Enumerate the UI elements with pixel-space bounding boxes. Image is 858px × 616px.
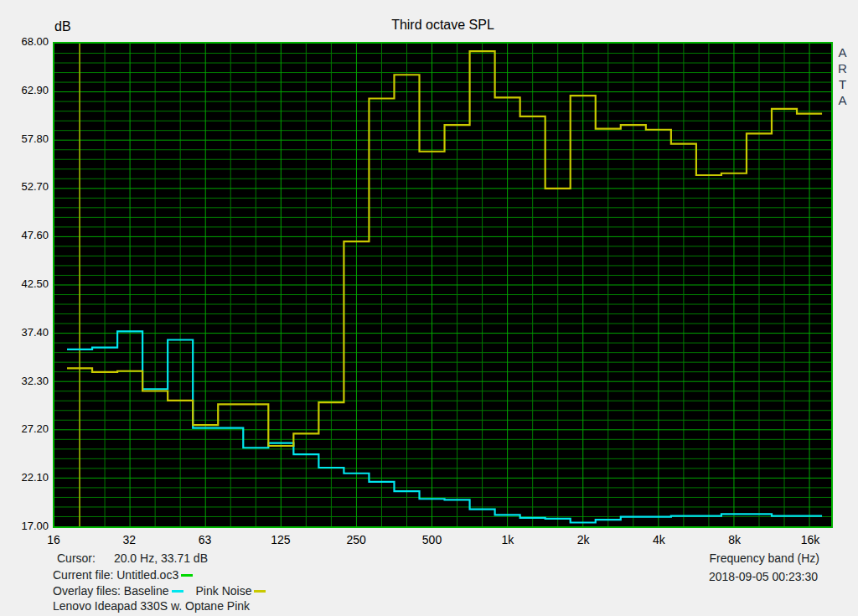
cursor-label: Cursor: (57, 551, 96, 565)
overlay-pink-noise-name: Pink Noise (196, 584, 252, 598)
brand-letter: T (835, 76, 850, 92)
chart-title: Third octave SPL (54, 18, 832, 33)
brand-letter: R (835, 60, 850, 76)
x-axis-title: Frequency band (Hz) (709, 551, 819, 565)
current-file-label: Current file: (53, 568, 113, 582)
y-tick-68.00: 68.00 (21, 35, 49, 48)
x-tick-1k: 1k (501, 533, 514, 546)
x-tick-32: 32 (123, 533, 137, 546)
cursor-readout: 20.0 Hz, 33.71 dB (114, 551, 208, 565)
y-tick-42.50: 42.50 (21, 277, 49, 290)
y-tick-32.30: 32.30 (21, 375, 49, 387)
x-tick-250: 250 (347, 533, 366, 546)
spl-plot-area[interactable] (53, 42, 833, 528)
y-tick-22.10: 22.10 (21, 471, 49, 484)
pink-noise-color-swatch (254, 590, 266, 593)
x-tick-16k: 16k (801, 533, 820, 546)
x-tick-8k: 8k (728, 533, 741, 546)
x-axis-tick-labels: 1632631252505001k2k4k8k16k (0, 533, 858, 548)
current-file-color-swatch (181, 574, 193, 577)
cursor-readout-row: Cursor:20.0 Hz, 33.71 dB (57, 551, 208, 565)
overlay-files-label: Overlay files: (53, 584, 121, 598)
x-tick-500: 500 (422, 533, 442, 546)
y-tick-47.60: 47.60 (21, 229, 49, 241)
y-axis-tick-labels: 68.0062.9057.8052.7047.6042.5037.4032.30… (0, 0, 49, 553)
timestamp: 2018-09-05 00:23:30 (709, 570, 818, 583)
x-tick-2k: 2k (577, 533, 590, 546)
x-tick-16: 16 (47, 533, 60, 546)
current-file-row: Current file: Untitled.oc3 (53, 568, 193, 582)
y-tick-37.40: 37.40 (21, 326, 49, 339)
y-tick-52.70: 52.70 (21, 180, 49, 193)
y-tick-17.00: 17.00 (21, 520, 49, 532)
y-tick-27.20: 27.20 (21, 422, 49, 435)
y-tick-57.80: 57.80 (21, 132, 49, 145)
x-tick-125: 125 (271, 533, 290, 546)
x-tick-63: 63 (199, 533, 212, 546)
current-file-name: Untitled.oc3 (116, 568, 178, 582)
brand-letter: A (835, 44, 850, 60)
baseline-color-swatch (172, 590, 183, 593)
overlay-files-row: Overlay files: BaselinePink Noise (53, 584, 266, 598)
arta-spl-window: dB Third octave SPL ARTA 68.0062.9057.80… (0, 0, 858, 616)
measurement-note: Lenovo Ideapad 330S w. Optane Pink (53, 599, 250, 613)
brand-letter: A (835, 92, 850, 108)
y-tick-62.90: 62.90 (21, 84, 49, 96)
x-tick-4k: 4k (653, 533, 665, 546)
arta-brand-label: ARTA (835, 44, 850, 108)
overlay-baseline-name: Baseline (124, 584, 169, 598)
chart-canvas[interactable] (54, 44, 831, 526)
